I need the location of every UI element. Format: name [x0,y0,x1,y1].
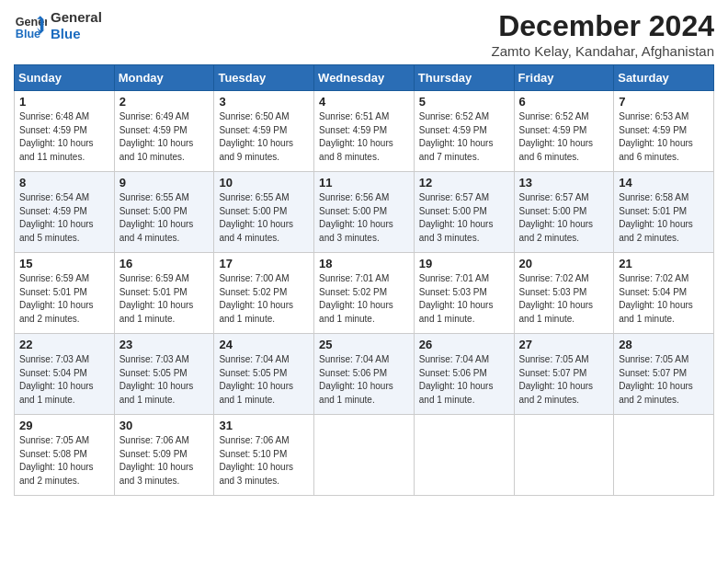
day-number: 18 [319,257,409,270]
day-number: 4 [319,95,409,109]
logo-general: General [51,9,102,25]
calendar-cell: 29Sunrise: 7:05 AMSunset: 5:08 PMDayligh… [15,415,115,496]
title-area: December 2024 Zamto Kelay, Kandahar, Afg… [492,9,714,59]
cell-details: Sunrise: 6:57 AMSunset: 5:00 PMDaylight:… [419,191,509,245]
calendar-cell: 7Sunrise: 6:53 AMSunset: 4:59 PMDaylight… [614,91,714,172]
cell-details: Sunrise: 7:04 AMSunset: 5:06 PMDaylight:… [319,353,409,407]
day-number: 16 [119,257,210,270]
cell-details: Sunrise: 7:04 AMSunset: 5:06 PMDaylight:… [419,353,509,407]
cell-details: Sunrise: 7:05 AMSunset: 5:07 PMDaylight:… [619,353,709,407]
cell-details: Sunrise: 7:02 AMSunset: 5:04 PMDaylight:… [619,272,709,326]
day-number: 31 [219,419,309,432]
calendar-week-2: 8Sunrise: 6:54 AMSunset: 4:59 PMDaylight… [15,172,714,253]
cell-details: Sunrise: 6:56 AMSunset: 5:00 PMDaylight:… [319,191,409,245]
cell-details: Sunrise: 6:55 AMSunset: 5:00 PMDaylight:… [219,191,309,245]
cell-details: Sunrise: 7:01 AMSunset: 5:02 PMDaylight:… [319,272,409,326]
day-number: 26 [419,338,509,351]
calendar-cell: 16Sunrise: 6:59 AMSunset: 5:01 PMDayligh… [114,253,214,334]
calendar-cell: 17Sunrise: 7:00 AMSunset: 5:02 PMDayligh… [214,253,314,334]
day-number: 28 [619,338,709,351]
day-number: 6 [519,95,609,109]
calendar-cell: 24Sunrise: 7:04 AMSunset: 5:05 PMDayligh… [214,334,314,415]
calendar-cell: 19Sunrise: 7:01 AMSunset: 5:03 PMDayligh… [414,253,514,334]
cell-details: Sunrise: 6:48 AMSunset: 4:59 PMDaylight:… [19,110,109,164]
calendar-cell: 14Sunrise: 6:58 AMSunset: 5:01 PMDayligh… [614,172,714,253]
day-number: 1 [19,95,109,109]
day-number: 13 [519,176,609,190]
calendar-cell: 10Sunrise: 6:55 AMSunset: 5:00 PMDayligh… [214,172,314,253]
cell-details: Sunrise: 7:05 AMSunset: 5:07 PMDaylight:… [519,353,609,407]
logo: General Blue General Blue [14,9,102,42]
calendar-cell [414,415,514,496]
day-number: 5 [419,95,509,109]
day-number: 19 [419,257,509,270]
cell-details: Sunrise: 7:05 AMSunset: 5:08 PMDaylight:… [19,434,109,488]
calendar-body: 1Sunrise: 6:48 AMSunset: 4:59 PMDaylight… [15,91,714,496]
header: General Blue General Blue December 2024 … [14,9,714,59]
cell-details: Sunrise: 6:53 AMSunset: 4:59 PMDaylight:… [619,110,709,164]
calendar-cell: 4Sunrise: 6:51 AMSunset: 4:59 PMDaylight… [314,91,415,172]
cell-details: Sunrise: 6:50 AMSunset: 4:59 PMDaylight:… [219,110,309,164]
cell-details: Sunrise: 6:51 AMSunset: 4:59 PMDaylight:… [319,110,409,164]
day-number: 8 [19,176,109,190]
day-number: 22 [19,338,109,351]
day-number: 23 [119,338,210,351]
calendar-cell: 12Sunrise: 6:57 AMSunset: 5:00 PMDayligh… [414,172,514,253]
cell-details: Sunrise: 6:59 AMSunset: 5:01 PMDaylight:… [119,272,210,326]
calendar-cell [314,415,415,496]
cell-details: Sunrise: 7:03 AMSunset: 5:04 PMDaylight:… [19,353,109,407]
header-cell-sunday: Sunday [15,65,115,91]
calendar-cell: 28Sunrise: 7:05 AMSunset: 5:07 PMDayligh… [614,334,714,415]
calendar-cell: 25Sunrise: 7:04 AMSunset: 5:06 PMDayligh… [314,334,415,415]
calendar-week-3: 15Sunrise: 6:59 AMSunset: 5:01 PMDayligh… [15,253,714,334]
day-number: 20 [519,257,609,270]
cell-details: Sunrise: 7:06 AMSunset: 5:10 PMDaylight:… [219,434,309,488]
cell-details: Sunrise: 6:54 AMSunset: 4:59 PMDaylight:… [19,191,109,245]
calendar-table: SundayMondayTuesdayWednesdayThursdayFrid… [14,64,714,496]
calendar-cell: 23Sunrise: 7:03 AMSunset: 5:05 PMDayligh… [114,334,214,415]
cell-details: Sunrise: 6:58 AMSunset: 5:01 PMDaylight:… [619,191,709,245]
day-number: 24 [219,338,309,351]
day-number: 3 [219,95,309,109]
cell-details: Sunrise: 7:03 AMSunset: 5:05 PMDaylight:… [119,353,210,407]
day-number: 11 [319,176,409,190]
day-number: 15 [19,257,109,270]
day-number: 21 [619,257,709,270]
calendar-cell: 3Sunrise: 6:50 AMSunset: 4:59 PMDaylight… [214,91,314,172]
calendar-cell: 22Sunrise: 7:03 AMSunset: 5:04 PMDayligh… [15,334,115,415]
day-number: 12 [419,176,509,190]
day-number: 2 [119,95,210,109]
day-number: 30 [119,419,210,432]
calendar-cell: 15Sunrise: 6:59 AMSunset: 5:01 PMDayligh… [15,253,115,334]
cell-details: Sunrise: 6:59 AMSunset: 5:01 PMDaylight:… [19,272,109,326]
cell-details: Sunrise: 6:52 AMSunset: 4:59 PMDaylight:… [419,110,509,164]
calendar-header: SundayMondayTuesdayWednesdayThursdayFrid… [15,65,714,91]
cell-details: Sunrise: 7:04 AMSunset: 5:05 PMDaylight:… [219,353,309,407]
header-cell-tuesday: Tuesday [214,65,314,91]
day-number: 25 [319,338,409,351]
header-cell-thursday: Thursday [414,65,514,91]
svg-text:Blue: Blue [16,28,40,40]
day-number: 27 [519,338,609,351]
calendar-cell: 21Sunrise: 7:02 AMSunset: 5:04 PMDayligh… [614,253,714,334]
calendar-cell: 13Sunrise: 6:57 AMSunset: 5:00 PMDayligh… [514,172,614,253]
calendar-week-1: 1Sunrise: 6:48 AMSunset: 4:59 PMDaylight… [15,91,714,172]
day-number: 9 [119,176,210,190]
calendar-cell: 26Sunrise: 7:04 AMSunset: 5:06 PMDayligh… [414,334,514,415]
calendar-cell: 2Sunrise: 6:49 AMSunset: 4:59 PMDaylight… [114,91,214,172]
day-number: 14 [619,176,709,190]
header-cell-saturday: Saturday [614,65,714,91]
calendar-cell: 18Sunrise: 7:01 AMSunset: 5:02 PMDayligh… [314,253,415,334]
calendar-cell [514,415,614,496]
cell-details: Sunrise: 6:52 AMSunset: 4:59 PMDaylight:… [519,110,609,164]
day-number: 7 [619,95,709,109]
logo-blue: Blue [51,26,102,42]
calendar-cell: 27Sunrise: 7:05 AMSunset: 5:07 PMDayligh… [514,334,614,415]
calendar-cell: 9Sunrise: 6:55 AMSunset: 5:00 PMDaylight… [114,172,214,253]
cell-details: Sunrise: 6:55 AMSunset: 5:00 PMDaylight:… [119,191,210,245]
cell-details: Sunrise: 7:06 AMSunset: 5:09 PMDaylight:… [119,434,210,488]
cell-details: Sunrise: 6:57 AMSunset: 5:00 PMDaylight:… [519,191,609,245]
calendar-cell: 1Sunrise: 6:48 AMSunset: 4:59 PMDaylight… [15,91,115,172]
cell-details: Sunrise: 7:01 AMSunset: 5:03 PMDaylight:… [419,272,509,326]
header-cell-wednesday: Wednesday [314,65,415,91]
